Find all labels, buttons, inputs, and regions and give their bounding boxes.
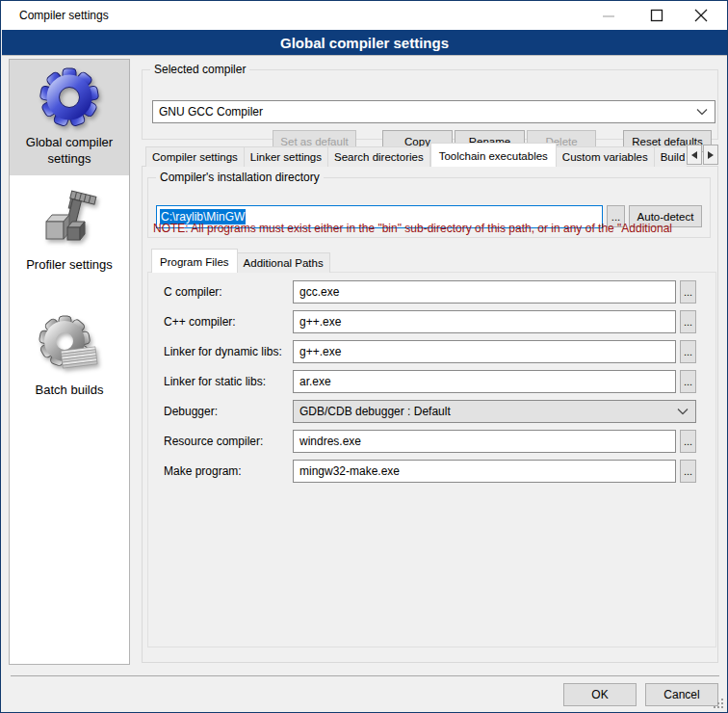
page-title: Global compiler settings: [280, 35, 449, 51]
linker-dynamic-browse-button[interactable]: ...: [680, 340, 696, 363]
program-files-tabstrip: Program Files Additional Paths: [151, 248, 536, 273]
minimize-icon: [602, 9, 615, 22]
field-label: Linker for dynamic libs:: [164, 345, 293, 358]
compiler-select[interactable]: GNU GCC Compiler: [152, 100, 715, 123]
resource-compiler-browse-button[interactable]: ...: [680, 430, 696, 453]
tab-search-directories[interactable]: Search directories: [328, 146, 430, 167]
sidebar-item-label: Global compiler settings: [12, 134, 127, 167]
maximize-button[interactable]: [635, 1, 679, 30]
field-label: Debugger:: [164, 405, 293, 418]
bin-note-text: NOTE: All programs must exist either in …: [153, 222, 717, 235]
blue-gear-icon: [39, 66, 100, 128]
maximize-icon: [650, 9, 663, 22]
tab-scroll-left-button[interactable]: [687, 145, 702, 165]
linker-static-input[interactable]: [293, 370, 676, 393]
tab-toolchain-executables[interactable]: Toolchain executables: [430, 143, 557, 167]
make-program-browse-button[interactable]: ...: [680, 460, 696, 483]
chevron-down-icon: [696, 109, 708, 116]
cpp-compiler-browse-button[interactable]: ...: [680, 310, 696, 333]
tab-build-options[interactable]: Build options: [655, 146, 687, 167]
arrow-left-icon: [691, 151, 697, 159]
resource-compiler-input[interactable]: [293, 430, 676, 453]
linker-static-browse-button[interactable]: ...: [680, 370, 696, 393]
row-debugger: Debugger: GDB/CDB debugger : Default: [164, 400, 696, 423]
c-compiler-browse-button[interactable]: ...: [680, 280, 696, 304]
resize-grip[interactable]: [714, 699, 724, 709]
titlebar: Compiler settings: [1, 1, 727, 30]
tab-additional-paths[interactable]: Additional Paths: [238, 252, 330, 273]
ok-button[interactable]: OK: [563, 683, 637, 706]
row-linker-static: Linker for static libs: ...: [164, 370, 696, 393]
program-files-panel: C compiler: ... C++ compiler: ... Linker…: [147, 272, 716, 647]
selected-compiler-legend: Selected compiler: [150, 63, 249, 76]
row-cpp-compiler: C++ compiler: ...: [164, 310, 696, 333]
tab-custom-variables[interactable]: Custom variables: [557, 146, 655, 167]
sidebar-item-profiler-settings[interactable]: Profiler settings: [10, 182, 129, 281]
gray-gear-stack-icon: [39, 314, 100, 376]
sidebar-item-label: Batch builds: [36, 382, 104, 398]
sidebar-item-global-compiler-settings[interactable]: Global compiler settings: [10, 60, 129, 175]
tab-compiler-settings[interactable]: Compiler settings: [145, 146, 245, 167]
row-resource-compiler: Resource compiler: ...: [164, 430, 696, 453]
compiler-select-value: GNU GCC Compiler: [159, 105, 263, 119]
field-label: Resource compiler:: [164, 435, 293, 448]
sidebar-item-label: Profiler settings: [26, 256, 113, 273]
settings-sidebar: Global compiler settings: [9, 59, 130, 665]
cpp-compiler-input[interactable]: [293, 310, 676, 333]
installation-directory-legend: Compiler's installation directory: [156, 171, 324, 184]
debugger-select[interactable]: GDB/CDB debugger : Default: [293, 400, 696, 423]
caliper-boxes-icon: [39, 189, 100, 251]
row-c-compiler: C compiler: ...: [164, 280, 696, 304]
dialog-header: Global compiler settings: [2, 30, 727, 56]
toolchain-rows: C compiler: ... C++ compiler: ... Linker…: [148, 280, 715, 489]
tab-scroll-arrows: [687, 145, 718, 165]
field-label: Linker for static libs:: [164, 375, 293, 388]
debugger-select-value: GDB/CDB debugger : Default: [299, 405, 451, 418]
tab-program-files[interactable]: Program Files: [151, 249, 238, 273]
field-label: Make program:: [164, 464, 293, 478]
field-label: C compiler:: [164, 285, 293, 299]
linker-dynamic-input[interactable]: [293, 340, 676, 363]
compiler-settings-dialog: Compiler settings Global compiler settin…: [0, 0, 728, 713]
chevron-down-icon: [677, 409, 689, 415]
arrow-right-icon: [708, 151, 714, 159]
field-label: C++ compiler:: [164, 315, 293, 329]
make-program-input[interactable]: [293, 460, 676, 483]
window-title: Compiler settings: [19, 9, 109, 22]
row-linker-dynamic: Linker for dynamic libs: ...: [164, 340, 696, 363]
c-compiler-input[interactable]: [293, 280, 676, 304]
row-make-program: Make program: ...: [164, 460, 696, 483]
cancel-button[interactable]: Cancel: [645, 683, 718, 706]
close-button[interactable]: [679, 1, 723, 30]
minimize-button[interactable]: [586, 1, 631, 30]
tab-linker-settings[interactable]: Linker settings: [245, 146, 328, 167]
settings-tabstrip: Compiler settings Linker settings Search…: [145, 142, 687, 167]
sidebar-item-batch-builds[interactable]: Batch builds: [10, 307, 129, 407]
footer-divider: [11, 675, 719, 676]
tab-scroll-right-button[interactable]: [703, 145, 718, 165]
close-icon: [694, 9, 708, 22]
selected-compiler-group: Selected compiler GNU GCC Compiler Set a…: [142, 63, 718, 140]
